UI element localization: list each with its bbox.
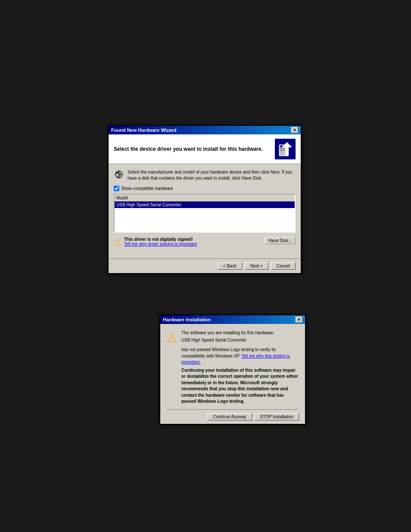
show-compatible-checkbox[interactable] bbox=[114, 186, 119, 191]
hardware-installation-dialog: Hardware Installation ✕ ⚠ The software y… bbox=[159, 314, 306, 425]
found-new-hardware-dialog: Found New Hardware Wizard ✕ Select the d… bbox=[108, 125, 302, 274]
cancel-button[interactable]: Cancel bbox=[271, 262, 296, 270]
stop-installation-button[interactable]: STOP Installation bbox=[255, 413, 299, 420]
svg-rect-11 bbox=[120, 174, 121, 175]
continue-anyway-button[interactable]: Continue Anyway bbox=[207, 413, 252, 420]
dialog2-title: Hardware Installation bbox=[163, 317, 211, 322]
svg-rect-10 bbox=[116, 172, 118, 174]
hw-warning-para: Continuing your installation of this sof… bbox=[181, 367, 299, 405]
hardware-install-content: The software you are installing for this… bbox=[181, 330, 299, 405]
hw-not-passed: has not passed Windows Logo testing to v… bbox=[181, 347, 299, 366]
model-list-header: Model bbox=[115, 195, 295, 202]
warning-triangle-icon: ⚠ bbox=[114, 237, 121, 247]
driver-warning-bold: This driver is not digitally signed! bbox=[124, 237, 193, 242]
dialog2-close-button[interactable]: ✕ bbox=[296, 317, 302, 323]
dialog1-footer: < Back Next > Cancel bbox=[109, 258, 301, 273]
dialog1-titlebar-buttons: ✕ bbox=[291, 127, 298, 133]
svg-rect-3 bbox=[280, 150, 285, 151]
hw-intro-text: The software you are installing for this… bbox=[181, 330, 274, 335]
checkbox-row: Show compatible hardware bbox=[114, 186, 296, 191]
next-button[interactable]: Next > bbox=[245, 262, 268, 270]
dialog1-title: Found New Hardware Wizard bbox=[111, 128, 176, 133]
dialog1-titlebar: Found New Hardware Wizard ✕ bbox=[109, 126, 301, 134]
hardware-warning-icon: ⚠ bbox=[166, 331, 177, 345]
dialog1-header: Select the device driver you want to ins… bbox=[109, 134, 301, 164]
model-list-item[interactable]: USB High Speed Serial Converter bbox=[115, 202, 295, 208]
dialog2-titlebar: Hardware Installation ✕ bbox=[160, 315, 305, 324]
driver-signing-link[interactable]: Tell me why driver signing is important bbox=[124, 242, 197, 246]
back-button[interactable]: < Back bbox=[218, 262, 242, 270]
dialog1-header-text: Select the device driver you want to ins… bbox=[114, 146, 263, 152]
dialog1-desc-text: Select the manufacturer and model of you… bbox=[128, 169, 296, 181]
show-compatible-label: Show compatible hardware bbox=[121, 186, 173, 191]
driver-warning-section: ⚠ This driver is not digitally signed! T… bbox=[114, 237, 197, 247]
have-disk-button[interactable]: Have Disk... bbox=[265, 237, 296, 244]
usb-icon bbox=[114, 170, 124, 181]
dialog1-description: Select the manufacturer and model of you… bbox=[114, 169, 296, 181]
wizard-icon bbox=[275, 139, 296, 159]
dialog2-body: ⚠ The software you are installing for th… bbox=[160, 324, 305, 409]
dialog1-body: Select the manufacturer and model of you… bbox=[109, 164, 301, 258]
dialog2-footer: Continue Anyway STOP Installation bbox=[160, 410, 305, 424]
hw-device-name: USB High Speed Serial Converter bbox=[181, 337, 299, 344]
driver-warning-text: This driver is not digitally signed! Tel… bbox=[124, 237, 197, 246]
dialog2-titlebar-buttons: ✕ bbox=[296, 317, 302, 323]
model-listbox[interactable]: Model USB High Speed Serial Converter bbox=[114, 194, 296, 233]
dialog1-close-button[interactable]: ✕ bbox=[291, 127, 298, 133]
